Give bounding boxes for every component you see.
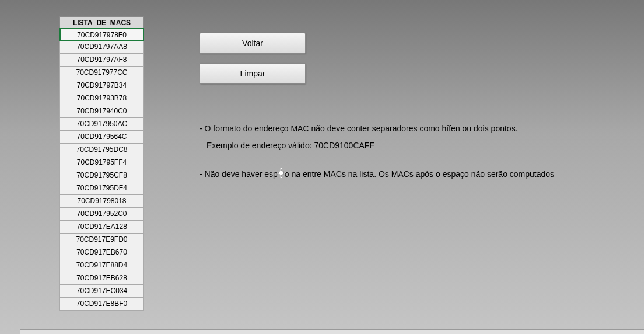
info-line-3a: - Não deve haver esp	[200, 169, 278, 179]
mac-cell[interactable]: 70CD91795FF4	[60, 156, 144, 169]
mac-list-column: LISTA_DE_MACS 70CD917978F070CD91797AA870…	[60, 16, 144, 334]
mac-cell[interactable]: 70CD917E9FD0	[60, 234, 144, 246]
mac-cell[interactable]: 70CD917E8BF0	[60, 298, 144, 311]
info-line-3b: o na entre MACs na lista. Os MACs após o…	[285, 169, 554, 179]
info-line-2: Exemplo de endereço válido: 70CD9100CAFE	[200, 138, 554, 153]
right-panel: Voltar Limpar - O formato do endereço MA…	[200, 16, 554, 334]
mac-cell[interactable]: 70CD917950AC	[60, 118, 144, 131]
mac-cell[interactable]: 70CD91795DF4	[60, 182, 144, 195]
mac-cell[interactable]: 70CD917EC034	[60, 285, 144, 298]
mac-cell[interactable]: 70CD917EB670	[60, 246, 144, 259]
mac-cell[interactable]: 70CD9179564C	[60, 131, 144, 144]
mac-cell[interactable]: 70CD917978F0	[60, 28, 144, 41]
mac-cell[interactable]: 70CD91793B78	[60, 92, 144, 105]
mac-cell[interactable]: 70CD91798018	[60, 195, 144, 208]
back-button[interactable]: Voltar	[200, 33, 306, 54]
bottom-scrollbar[interactable]	[20, 329, 644, 334]
info-line-3: - Não deve haver espo na entre MACs na l…	[200, 167, 554, 182]
mac-cell[interactable]: 70CD917977CC	[60, 67, 144, 79]
mac-cell[interactable]: 70CD917EA128	[60, 221, 144, 234]
svg-point-0	[279, 171, 284, 175]
info-text: - O formato do endereço MAC não deve con…	[200, 121, 554, 182]
main-container: LISTA_DE_MACS 70CD917978F070CD91797AA870…	[0, 0, 644, 334]
mac-list-body: 70CD917978F070CD91797AA870CD91797AF870CD…	[60, 28, 144, 311]
mac-cell[interactable]: 70CD91797AA8	[60, 41, 144, 54]
mac-list-header: LISTA_DE_MACS	[60, 16, 144, 29]
mac-cell[interactable]: 70CD917952C0	[60, 208, 144, 221]
info-line-1: - O formato do endereço MAC não deve con…	[200, 121, 554, 136]
mac-cell[interactable]: 70CD91797AF8	[60, 54, 144, 67]
mac-cell[interactable]: 70CD91795DC8	[60, 144, 144, 156]
mac-cell[interactable]: 70CD917EB628	[60, 272, 144, 285]
clear-button[interactable]: Limpar	[200, 63, 306, 84]
mac-cell[interactable]: 70CD91797B34	[60, 79, 144, 92]
mac-cell[interactable]: 70CD917E88D4	[60, 259, 144, 272]
mac-cell[interactable]: 70CD91795CF8	[60, 169, 144, 182]
mac-cell[interactable]: 70CD917940C0	[60, 105, 144, 118]
